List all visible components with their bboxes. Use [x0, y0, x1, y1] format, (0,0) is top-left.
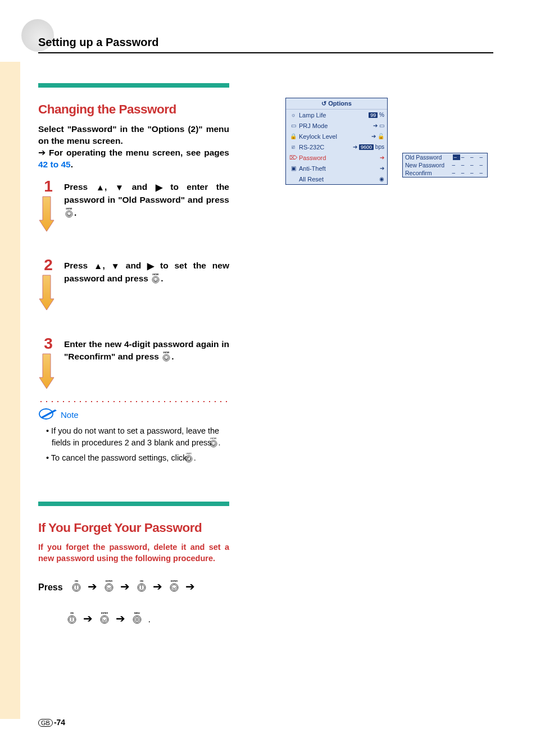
- menu-item-label: Keylock Level: [298, 133, 371, 140]
- password-row-value: – – – –: [452, 162, 485, 168]
- dotted-separator: [38, 401, 229, 402]
- title-underline: [38, 52, 493, 53]
- section-title-forget: If You Forget Your Password: [38, 521, 229, 535]
- intro-line-2a: For operating the menu screen, see pages: [49, 148, 229, 157]
- menu-item-value: ◉: [379, 176, 384, 182]
- menu-item-value: ➔ ▭: [373, 122, 384, 129]
- section-divider: [38, 502, 229, 506]
- step-number: 3: [38, 335, 58, 353]
- on-button-icon: ON: [135, 577, 148, 603]
- menu-item-value: ➔ 9600 bps: [353, 144, 384, 150]
- menu-item-label: RS-232C: [298, 144, 353, 151]
- forget-intro: If you forget the password, delete it an…: [38, 542, 229, 564]
- menu-item-label: All Reset: [298, 176, 379, 183]
- down-arrow-icon: ▼: [111, 260, 120, 272]
- page-header: Setting up a Password: [38, 36, 493, 53]
- enter-button-icon: ENTER: [151, 272, 161, 287]
- section-divider: [38, 83, 229, 88]
- password-dialog-screenshot: Old Password–– – –New Password– – – –Rec…: [402, 153, 488, 177]
- up-arrow-icon: ▲: [96, 181, 105, 194]
- region-badge: GB: [38, 719, 53, 727]
- menu-item-icon: ⎚: [289, 144, 298, 150]
- menu-item-icon: ☼: [289, 112, 298, 118]
- step-text: Press ▲, ▼ and ▶ to enter the password i…: [58, 177, 229, 221]
- cycle-icon: ↺: [321, 100, 326, 107]
- svg-text:ENTER: ENTER: [153, 274, 160, 276]
- password-row-label: New Password: [405, 162, 452, 168]
- menu-item-value: ➔: [380, 165, 384, 171]
- on-button-icon: ON: [70, 577, 83, 603]
- arrow-right-icon: ➔: [116, 612, 125, 625]
- main-content: Changing the Password Select "Password" …: [38, 83, 229, 635]
- intro-line-1: Select "Password" in the "Options (2)" m…: [38, 124, 229, 145]
- options-menu-screenshot: ↺ Options ☼Lamp Life99 %▭PRJ Mode➔ ▭🔒Key…: [285, 98, 388, 185]
- svg-text:ENTER: ENTER: [101, 612, 108, 614]
- password-row-label: Reconfirm: [405, 170, 452, 176]
- enter-button-icon: ENTER: [168, 577, 180, 603]
- menu-item-value: ➔: [380, 154, 384, 161]
- step-text: Enter the new 4-digit password again in …: [58, 335, 229, 366]
- svg-point-36: [102, 617, 107, 622]
- svg-text:ON: ON: [70, 612, 74, 614]
- enter-button-icon: ENTER: [103, 577, 115, 603]
- page-range-link[interactable]: 42 to 45: [38, 160, 71, 169]
- svg-text:ENTER: ENTER: [171, 580, 178, 582]
- steps-list: 1 Press ▲, ▼ and ▶ to enter the password…: [38, 177, 229, 393]
- options-menu-item: All Reset◉: [286, 174, 387, 184]
- password-row: Old Password–– – –: [403, 153, 487, 161]
- note-list: If you do not want to set a password, le…: [46, 426, 229, 466]
- password-row-value: – – – –: [452, 170, 485, 176]
- menu-item-value: 99 %: [369, 112, 384, 118]
- enter-button-icon: ENTER: [64, 207, 74, 221]
- arrow-right-icon: ➔: [38, 148, 49, 157]
- menu-item-label: Lamp Life: [298, 112, 369, 119]
- intro-line-2b: .: [71, 160, 73, 169]
- press-label: Press: [38, 582, 63, 592]
- svg-text:ENTER: ENTER: [163, 352, 170, 354]
- step-text: Press ▲, ▼ and ▶ to set the new password…: [58, 256, 229, 288]
- step-arrow-icon: [38, 274, 58, 315]
- undo-button-icon: UNDO: [189, 452, 194, 466]
- button-sequence: Press ON ➔ ENTER ➔ ON ➔ ENTER ➔ ON ➔ ENT…: [38, 571, 229, 635]
- step-arrow-icon: [38, 353, 58, 393]
- step-3: 3 Enter the new 4-digit password again i…: [38, 335, 229, 393]
- page-title: Setting up a Password: [38, 36, 493, 49]
- note-label: Note: [61, 410, 79, 420]
- on-button-icon: ON: [66, 609, 78, 635]
- note-item: If you do not want to set a password, le…: [46, 426, 229, 450]
- step-2: 2 Press ▲, ▼ and ▶ to set the new passwo…: [38, 256, 229, 315]
- menu-item-icon: ⌦: [289, 154, 298, 161]
- svg-text:UNDO: UNDO: [186, 453, 192, 455]
- step-1: 1 Press ▲, ▼ and ▶ to enter the password…: [38, 177, 229, 236]
- svg-point-22: [106, 585, 112, 590]
- menu-item-label: PRJ Mode: [298, 122, 373, 129]
- svg-text:ENTER: ENTER: [210, 438, 217, 440]
- arrow-right-icon: ➔: [185, 580, 195, 593]
- intro-text: Select "Password" in the "Options (2)" m…: [38, 124, 229, 171]
- left-margin-band: [0, 62, 20, 719]
- menu-button-icon: MENU: [131, 609, 143, 635]
- options-menu-title: ↺ Options: [286, 98, 387, 110]
- arrow-right-icon: ➔: [120, 580, 130, 593]
- arrow-right-icon: ➔: [88, 580, 97, 593]
- page-number: GB-74: [38, 718, 65, 727]
- right-arrow-icon: ▶: [147, 260, 154, 272]
- password-row-value: –– – –: [453, 154, 485, 161]
- up-arrow-icon: ▲: [94, 260, 102, 272]
- section-forget: If You Forget Your Password If you forge…: [38, 502, 229, 635]
- step-arrow-icon: [38, 195, 58, 236]
- step-number: 1: [38, 177, 58, 195]
- down-arrow-icon: ▼: [115, 181, 124, 194]
- note-pencil-icon: [38, 408, 58, 422]
- password-row-label: Old Password: [405, 154, 453, 161]
- options-menu-item: 🔒Keylock Level➔ 🔓: [286, 131, 387, 142]
- svg-text:ENTER: ENTER: [106, 580, 112, 582]
- menu-item-value: ➔ 🔓: [371, 133, 384, 139]
- enter-button-icon: ENTER: [214, 436, 219, 450]
- svg-text:ON: ON: [140, 580, 143, 582]
- menu-item-icon: ▣: [289, 165, 298, 171]
- enter-button-icon: ENTER: [98, 609, 111, 635]
- note-header: Note: [38, 408, 229, 422]
- password-row: New Password– – – –: [403, 161, 487, 169]
- step-number: 2: [38, 256, 58, 274]
